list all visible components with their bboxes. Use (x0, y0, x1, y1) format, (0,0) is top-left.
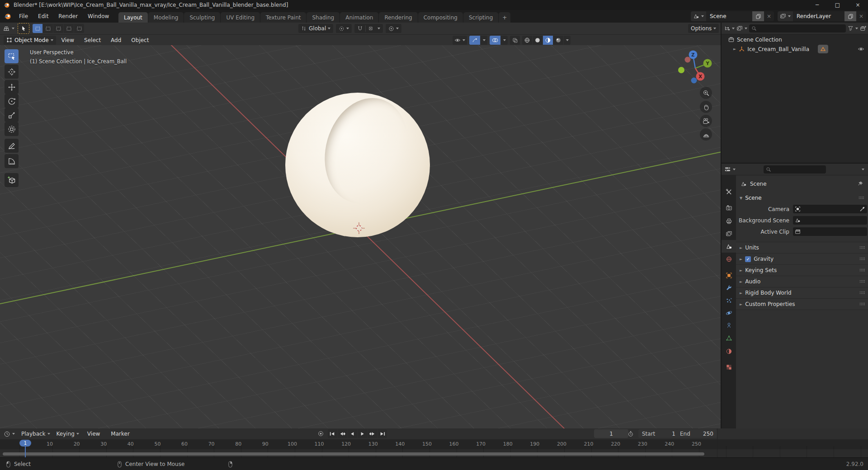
select-mode-intersect-button[interactable] (74, 24, 84, 33)
drag-dots-icon[interactable] (859, 302, 865, 306)
playhead[interactable]: 1 (19, 440, 31, 446)
editor-type-selector[interactable] (3, 25, 14, 32)
camera-field[interactable] (793, 205, 867, 213)
properties-editor-type-dropdown[interactable] (724, 166, 736, 173)
drag-dots-icon[interactable] (859, 268, 865, 272)
viewlayer-remove-button[interactable]: × (856, 11, 866, 21)
gizmo-dropdown[interactable] (481, 36, 487, 45)
keying-menu[interactable]: Keying (57, 431, 79, 437)
maximize-button[interactable]: □ (827, 0, 848, 10)
tool-select-box[interactable] (5, 49, 19, 63)
magnet-icon[interactable] (357, 26, 363, 32)
timeline-view-menu[interactable]: View (83, 431, 104, 437)
menu-add[interactable]: Add (106, 37, 126, 43)
current-frame-field[interactable]: 1 (594, 429, 628, 438)
expand-icon[interactable]: ► (733, 47, 736, 51)
scene-unlink-button[interactable]: × (764, 11, 774, 21)
mode-dropdown[interactable]: Object Mode (4, 36, 56, 45)
gizmo-neg-x-ball[interactable] (685, 57, 691, 63)
tool-move[interactable] (5, 80, 19, 94)
tool-cursor[interactable] (5, 65, 19, 79)
select-mode-set-button[interactable] (33, 24, 42, 33)
drag-dots-icon[interactable] (859, 196, 864, 200)
minimize-button[interactable]: ─ (807, 0, 827, 10)
outliner-search-input[interactable] (759, 25, 844, 32)
tab-constraints[interactable] (722, 319, 736, 332)
tool-measure[interactable] (5, 154, 19, 168)
visibility-dropdown[interactable] (453, 36, 467, 45)
scene-browse-button[interactable] (691, 11, 706, 21)
snap-target-icon[interactable] (368, 26, 373, 31)
tab-animation[interactable]: Animation (340, 12, 378, 23)
tab-material[interactable] (722, 345, 736, 357)
ice-cream-ball-object[interactable] (285, 93, 430, 237)
tab-modeling[interactable]: Modeling (148, 12, 184, 23)
menu-window[interactable]: Window (83, 13, 114, 19)
tab-texture[interactable] (722, 361, 736, 373)
tab-compositing[interactable]: Compositing (418, 12, 463, 23)
tab-scene[interactable] (722, 240, 736, 253)
gravity-checkbox[interactable]: ✓ (745, 256, 751, 262)
select-mode-invert-button[interactable] (64, 24, 74, 33)
tab-shading[interactable]: Shading (307, 12, 340, 23)
viewport-pan-button[interactable] (700, 101, 712, 113)
shading-rendered-button[interactable] (553, 36, 563, 45)
tool-scale[interactable] (5, 108, 19, 122)
tool-annotate[interactable] (5, 139, 19, 153)
background-scene-field[interactable] (793, 216, 867, 225)
blender-menu-icon[interactable] (4, 13, 11, 20)
viewlayer-copy-button[interactable] (844, 11, 856, 21)
timeline-marker-menu[interactable]: Marker (106, 431, 134, 437)
playback-menu[interactable]: Playback (21, 431, 50, 437)
menu-render[interactable]: Render (53, 13, 83, 19)
outliner-filter-id-dropdown[interactable] (736, 25, 747, 32)
add-workspace-button[interactable]: + (499, 12, 510, 23)
tab-modifiers[interactable] (722, 282, 736, 294)
shading-solid-button[interactable] (533, 36, 542, 45)
tab-rendering[interactable]: Rendering (379, 12, 417, 23)
gizmo-y-label[interactable]: Y (705, 61, 709, 66)
options-dropdown[interactable]: Options (688, 24, 719, 33)
tab-uv-editing[interactable]: UV Editing (221, 12, 260, 23)
viewport-canvas[interactable]: User Perspective (1) Scene Collection | … (0, 45, 721, 428)
viewport-camera-button[interactable] (700, 115, 712, 127)
auto-key-record-icon[interactable] (317, 430, 324, 437)
active-tool-indicator[interactable] (18, 23, 29, 34)
eyedropper-icon[interactable] (859, 206, 865, 212)
frame-end-field[interactable]: End 250 (676, 429, 717, 438)
tab-scripting[interactable]: Scripting (463, 12, 498, 23)
tool-transform[interactable] (5, 122, 19, 136)
panel-keying-sets[interactable]: ► Keying Sets (736, 264, 868, 276)
scene-name-field[interactable]: Scene (706, 11, 752, 21)
panel-audio[interactable]: ► Audio (736, 276, 868, 287)
gizmo-x-label[interactable]: X (698, 74, 702, 79)
jump-to-end-button[interactable] (377, 429, 387, 438)
gizmo-neg-z-ball[interactable] (691, 78, 697, 84)
gizmo-z-label[interactable]: Z (691, 52, 694, 57)
outliner-display-mode-dropdown[interactable] (724, 25, 735, 32)
menu-object[interactable]: Object (127, 37, 153, 43)
outliner-search[interactable] (749, 24, 846, 33)
select-mode-extend-button[interactable] (43, 24, 53, 33)
shading-material-button[interactable] (543, 36, 553, 45)
new-collection-icon[interactable] (860, 25, 867, 32)
tab-object[interactable] (722, 269, 736, 282)
panel-units[interactable]: ► Units (736, 242, 868, 253)
tab-texture-paint[interactable]: Texture Paint (260, 12, 306, 23)
tab-physics[interactable] (722, 306, 736, 319)
tool-add-cube[interactable] (5, 173, 19, 187)
frame-start-field[interactable]: Start 1 (638, 429, 679, 438)
menu-view[interactable]: View (57, 37, 79, 43)
tab-particles[interactable] (722, 294, 736, 307)
next-keyframe-button[interactable] (368, 429, 377, 438)
hide-eye-icon[interactable] (858, 46, 864, 52)
select-mode-subtract-button[interactable] (53, 24, 63, 33)
outliner-row-object[interactable]: ► Ice_Cream_Ball_Vanilla (722, 44, 868, 54)
viewlayer-browse-button[interactable] (778, 11, 793, 21)
outliner-filter-dropdown[interactable] (848, 25, 858, 31)
outliner-row-scene-collection[interactable]: Scene Collection (722, 35, 868, 44)
shading-wireframe-button[interactable] (522, 36, 532, 45)
jump-to-start-button[interactable] (328, 429, 337, 438)
menu-select[interactable]: Select (80, 37, 105, 43)
viewlayer-name-field[interactable]: RenderLayer (793, 11, 844, 21)
